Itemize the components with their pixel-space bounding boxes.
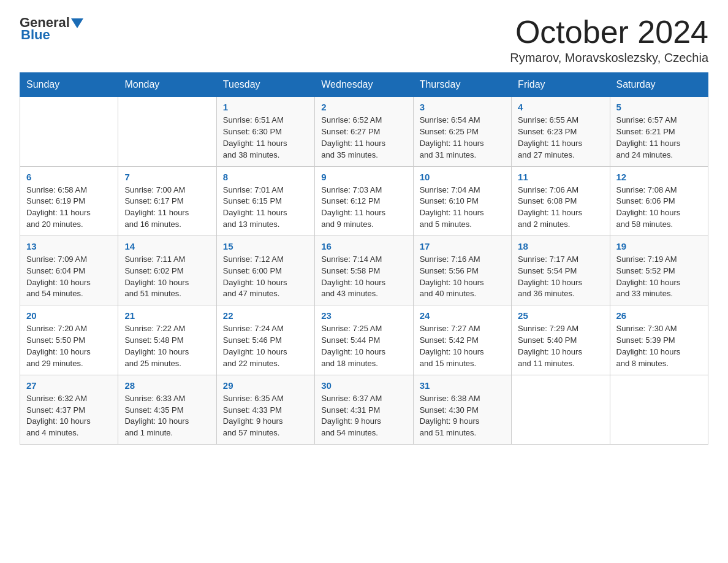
- calendar-cell: 18Sunrise: 7:17 AM Sunset: 5:54 PM Dayli…: [512, 236, 610, 305]
- calendar-cell: 14Sunrise: 7:11 AM Sunset: 6:02 PM Dayli…: [118, 236, 216, 305]
- day-number: 1: [223, 102, 308, 112]
- day-number: 18: [518, 241, 603, 251]
- day-info: Sunrise: 6:55 AM Sunset: 6:23 PM Dayligh…: [518, 115, 603, 161]
- calendar-cell: 6Sunrise: 6:58 AM Sunset: 6:19 PM Daylig…: [20, 166, 118, 236]
- day-number: 24: [420, 310, 505, 321]
- calendar-cell: 2Sunrise: 6:52 AM Sunset: 6:27 PM Daylig…: [315, 97, 413, 166]
- day-info: Sunrise: 7:19 AM Sunset: 5:52 PM Dayligh…: [616, 254, 702, 300]
- day-info: Sunrise: 7:27 AM Sunset: 5:42 PM Dayligh…: [420, 323, 505, 369]
- day-number: 4: [518, 102, 603, 112]
- calendar-header-row: SundayMondayTuesdayWednesdayThursdayFrid…: [20, 73, 708, 97]
- column-header-thursday: Thursday: [413, 73, 511, 97]
- day-number: 15: [223, 241, 308, 251]
- calendar-cell: 28Sunrise: 6:33 AM Sunset: 4:35 PM Dayli…: [118, 375, 216, 444]
- month-title: October 2024: [510, 15, 708, 50]
- day-info: Sunrise: 7:22 AM Sunset: 5:48 PM Dayligh…: [124, 323, 210, 369]
- calendar-table: SundayMondayTuesdayWednesdayThursdayFrid…: [20, 72, 708, 445]
- svg-marker-0: [71, 18, 83, 28]
- day-number: 2: [321, 102, 406, 112]
- day-number: 12: [616, 172, 702, 182]
- calendar-week-row: 6Sunrise: 6:58 AM Sunset: 6:19 PM Daylig…: [20, 166, 708, 236]
- day-info: Sunrise: 6:52 AM Sunset: 6:27 PM Dayligh…: [321, 115, 406, 161]
- column-header-monday: Monday: [118, 73, 216, 97]
- day-info: Sunrise: 7:03 AM Sunset: 6:12 PM Dayligh…: [321, 185, 406, 231]
- calendar-cell: 22Sunrise: 7:24 AM Sunset: 5:46 PM Dayli…: [216, 305, 314, 375]
- day-info: Sunrise: 7:00 AM Sunset: 6:17 PM Dayligh…: [124, 185, 210, 231]
- day-info: Sunrise: 7:12 AM Sunset: 6:00 PM Dayligh…: [223, 254, 308, 300]
- day-number: 31: [420, 380, 505, 391]
- day-number: 14: [124, 241, 210, 251]
- day-number: 21: [124, 310, 210, 321]
- calendar-cell: [118, 97, 216, 166]
- calendar-cell: 13Sunrise: 7:09 AM Sunset: 6:04 PM Dayli…: [20, 236, 118, 305]
- calendar-cell: 12Sunrise: 7:08 AM Sunset: 6:06 PM Dayli…: [610, 166, 708, 236]
- column-header-wednesday: Wednesday: [315, 73, 413, 97]
- calendar-cell: 15Sunrise: 7:12 AM Sunset: 6:00 PM Dayli…: [216, 236, 314, 305]
- calendar-cell: [512, 375, 610, 444]
- day-info: Sunrise: 7:20 AM Sunset: 5:50 PM Dayligh…: [26, 323, 112, 369]
- day-info: Sunrise: 7:14 AM Sunset: 5:58 PM Dayligh…: [321, 254, 406, 300]
- day-number: 25: [518, 310, 603, 321]
- column-header-friday: Friday: [512, 73, 610, 97]
- calendar-cell: 7Sunrise: 7:00 AM Sunset: 6:17 PM Daylig…: [118, 166, 216, 236]
- day-number: 3: [420, 102, 505, 112]
- day-info: Sunrise: 6:33 AM Sunset: 4:35 PM Dayligh…: [124, 393, 210, 439]
- calendar-cell: 24Sunrise: 7:27 AM Sunset: 5:42 PM Dayli…: [413, 305, 511, 375]
- calendar-cell: 1Sunrise: 6:51 AM Sunset: 6:30 PM Daylig…: [216, 97, 314, 166]
- calendar-cell: 26Sunrise: 7:30 AM Sunset: 5:39 PM Dayli…: [610, 305, 708, 375]
- day-number: 27: [26, 380, 112, 391]
- day-info: Sunrise: 7:01 AM Sunset: 6:15 PM Dayligh…: [223, 185, 308, 231]
- calendar-cell: 5Sunrise: 6:57 AM Sunset: 6:21 PM Daylig…: [610, 97, 708, 166]
- day-number: 28: [124, 380, 210, 391]
- page-header: General Blue October 2024 Rymarov, Morav…: [20, 15, 708, 65]
- logo-blue-text: Blue: [21, 27, 50, 43]
- calendar-cell: 21Sunrise: 7:22 AM Sunset: 5:48 PM Dayli…: [118, 305, 216, 375]
- logo-triangle-icon: [71, 17, 83, 29]
- calendar-cell: 30Sunrise: 6:37 AM Sunset: 4:31 PM Dayli…: [315, 375, 413, 444]
- day-number: 23: [321, 310, 406, 321]
- day-info: Sunrise: 7:11 AM Sunset: 6:02 PM Dayligh…: [124, 254, 210, 300]
- calendar-cell: [610, 375, 708, 444]
- day-info: Sunrise: 7:24 AM Sunset: 5:46 PM Dayligh…: [223, 323, 308, 369]
- day-number: 22: [223, 310, 308, 321]
- day-number: 19: [616, 241, 702, 251]
- day-number: 10: [420, 172, 505, 182]
- day-info: Sunrise: 6:51 AM Sunset: 6:30 PM Dayligh…: [223, 115, 308, 161]
- day-number: 5: [616, 102, 702, 112]
- day-info: Sunrise: 7:29 AM Sunset: 5:40 PM Dayligh…: [518, 323, 603, 369]
- calendar-cell: 29Sunrise: 6:35 AM Sunset: 4:33 PM Dayli…: [216, 375, 314, 444]
- day-info: Sunrise: 6:37 AM Sunset: 4:31 PM Dayligh…: [321, 393, 406, 439]
- calendar-cell: 10Sunrise: 7:04 AM Sunset: 6:10 PM Dayli…: [413, 166, 511, 236]
- day-info: Sunrise: 7:17 AM Sunset: 5:54 PM Dayligh…: [518, 254, 603, 300]
- day-number: 8: [223, 172, 308, 182]
- day-info: Sunrise: 6:32 AM Sunset: 4:37 PM Dayligh…: [26, 393, 112, 439]
- day-info: Sunrise: 7:09 AM Sunset: 6:04 PM Dayligh…: [26, 254, 112, 300]
- day-info: Sunrise: 7:30 AM Sunset: 5:39 PM Dayligh…: [616, 323, 702, 369]
- day-number: 20: [26, 310, 112, 321]
- calendar-cell: 16Sunrise: 7:14 AM Sunset: 5:58 PM Dayli…: [315, 236, 413, 305]
- day-number: 17: [420, 241, 505, 251]
- calendar-cell: 31Sunrise: 6:38 AM Sunset: 4:30 PM Dayli…: [413, 375, 511, 444]
- column-header-sunday: Sunday: [20, 73, 118, 97]
- calendar-week-row: 27Sunrise: 6:32 AM Sunset: 4:37 PM Dayli…: [20, 375, 708, 444]
- calendar-cell: 4Sunrise: 6:55 AM Sunset: 6:23 PM Daylig…: [512, 97, 610, 166]
- day-info: Sunrise: 6:57 AM Sunset: 6:21 PM Dayligh…: [616, 115, 702, 161]
- day-number: 16: [321, 241, 406, 251]
- day-info: Sunrise: 7:08 AM Sunset: 6:06 PM Dayligh…: [616, 185, 702, 231]
- day-info: Sunrise: 6:35 AM Sunset: 4:33 PM Dayligh…: [223, 393, 308, 439]
- location-title: Rymarov, Moravskoslezsky, Czechia: [510, 51, 708, 65]
- day-number: 30: [321, 380, 406, 391]
- day-info: Sunrise: 7:06 AM Sunset: 6:08 PM Dayligh…: [518, 185, 603, 231]
- day-number: 7: [124, 172, 210, 182]
- day-number: 11: [518, 172, 603, 182]
- calendar-cell: 11Sunrise: 7:06 AM Sunset: 6:08 PM Dayli…: [512, 166, 610, 236]
- logo: General Blue: [20, 15, 83, 43]
- calendar-cell: 23Sunrise: 7:25 AM Sunset: 5:44 PM Dayli…: [315, 305, 413, 375]
- day-number: 6: [26, 172, 112, 182]
- title-section: October 2024 Rymarov, Moravskoslezsky, C…: [510, 15, 708, 65]
- column-header-tuesday: Tuesday: [216, 73, 314, 97]
- calendar-cell: 20Sunrise: 7:20 AM Sunset: 5:50 PM Dayli…: [20, 305, 118, 375]
- day-number: 13: [26, 241, 112, 251]
- day-info: Sunrise: 6:58 AM Sunset: 6:19 PM Dayligh…: [26, 185, 112, 231]
- day-number: 29: [223, 380, 308, 391]
